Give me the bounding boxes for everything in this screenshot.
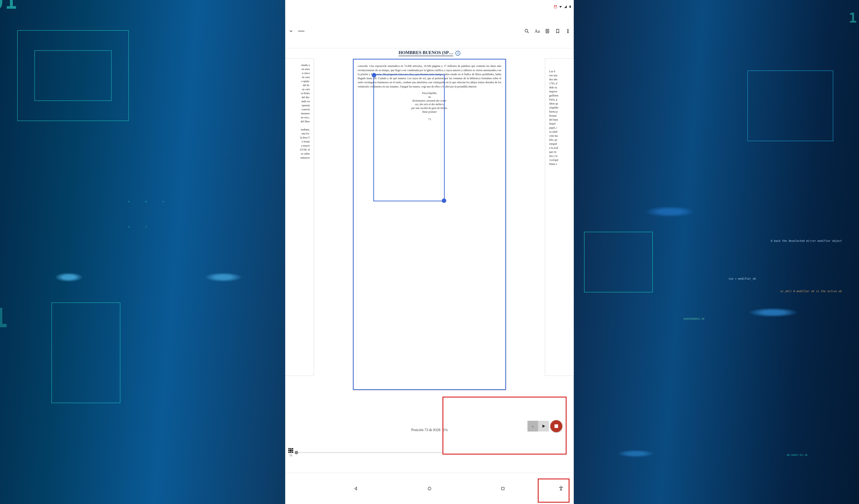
svg-point-2	[525, 29, 528, 32]
svg-point-13	[561, 486, 561, 487]
svg-rect-0	[570, 6, 571, 8]
grid-page-number: 73	[289, 454, 292, 457]
previous-page-preview[interactable]: estado a en unos n cinco en caso a apala…	[285, 58, 314, 376]
bg-code-line: AJK5545001J-JK	[684, 318, 705, 320]
reader-toolbar: Aa	[285, 14, 574, 48]
search-button[interactable]	[524, 28, 530, 34]
svg-line-3	[527, 32, 529, 33]
svg-point-11	[428, 487, 431, 490]
tts-previous-button[interactable]: ‹	[527, 421, 538, 431]
toc-button[interactable]	[544, 28, 551, 34]
info-button[interactable]: i	[455, 51, 461, 56]
progress-slider[interactable]	[297, 452, 443, 453]
bg-digits: 01	[0, 303, 9, 334]
page-grid-button[interactable]: 73	[288, 448, 293, 457]
circuit-line	[51, 303, 120, 403]
nav-back-button[interactable]	[354, 486, 359, 491]
font-settings-button[interactable]: Aa	[534, 28, 540, 34]
bg-code-line: ive = modifier_ob	[728, 277, 756, 280]
bg-code-line: er_ob)) # modifier ob is the active ob	[781, 290, 842, 293]
bg-code-line: AD-58457-DJ-JK	[787, 454, 808, 457]
selection-handle-end[interactable]	[442, 198, 446, 203]
tts-stop-button[interactable]	[550, 420, 562, 432]
bg-digits: 10	[849, 10, 859, 26]
encyclopedie-block: Encyclopédie, ou dictionnaire raisonné d…	[358, 91, 501, 114]
circuit-line	[748, 71, 833, 141]
menu-button[interactable]	[298, 28, 304, 34]
android-nav-bar	[285, 473, 574, 504]
bg-digits: 01	[0, 0, 18, 13]
book-title-bar: HOMBRES BUENOS (SP… i	[285, 48, 574, 58]
circuit-line	[584, 232, 653, 292]
phone-frame: ⏰ Aa HOMBRES BUENOS	[285, 0, 574, 504]
android-status-bar: ⏰	[285, 0, 574, 14]
svg-point-8	[568, 29, 568, 30]
slider-thumb[interactable]	[295, 451, 298, 454]
back-button[interactable]	[288, 28, 294, 34]
bookmark-button[interactable]	[555, 28, 561, 34]
battery-icon	[569, 5, 572, 9]
page-text: Las d ron una dos año 1793, d dido su im…	[549, 70, 574, 166]
svg-rect-1	[570, 5, 571, 6]
accessibility-button[interactable]	[558, 486, 564, 492]
accessibility-highlight-box	[538, 478, 570, 503]
overflow-menu-button[interactable]	[565, 28, 571, 34]
nav-recents-button[interactable]	[500, 486, 505, 491]
next-page-preview[interactable]: Avec a Las d ron una dos año 1793, d did…	[545, 58, 574, 376]
page-running-head: Avec a	[549, 63, 574, 67]
nav-home-button[interactable]	[427, 486, 432, 491]
page-text: estado a en unos n cinco en caso a apala…	[285, 63, 310, 160]
wifi-icon	[559, 5, 562, 9]
page-text: conocido. Una exposición sistemática en …	[358, 64, 501, 89]
signal-icon	[564, 5, 567, 9]
svg-rect-12	[501, 487, 504, 490]
page-carousel[interactable]: estado a en unos n cinco en caso a apala…	[285, 58, 574, 427]
tts-play-button[interactable]	[538, 421, 549, 431]
circuit-line	[34, 50, 112, 101]
svg-point-10	[568, 32, 568, 33]
grid-icon	[288, 448, 293, 453]
current-page[interactable]: conocido. Una exposición sistemática en …	[353, 59, 506, 390]
bg-code-line: d back the deselected mirror modifier ob…	[771, 239, 842, 243]
alarm-icon: ⏰	[554, 5, 557, 9]
page-number: 73	[358, 117, 501, 121]
svg-point-9	[568, 31, 568, 32]
book-title: HOMBRES BUENOS (SP…	[398, 50, 453, 56]
tts-player: ‹	[527, 405, 562, 448]
